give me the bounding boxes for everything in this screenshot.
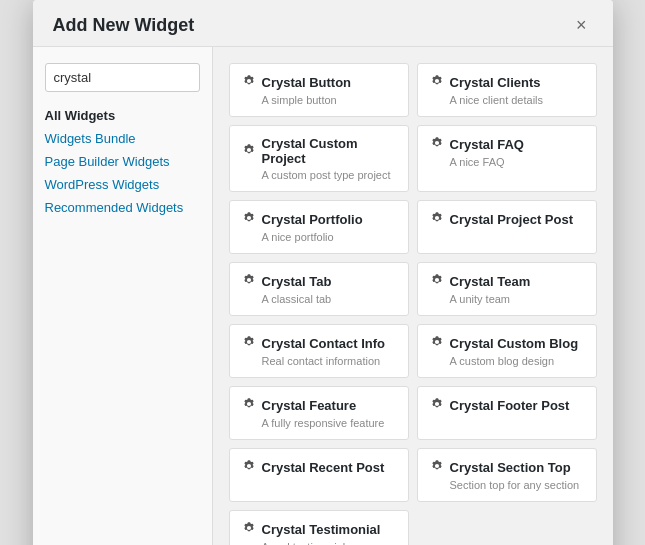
widget-name: Crystal Project Post <box>450 212 574 227</box>
widget-card-header: Crystal Footer Post <box>430 397 584 414</box>
widget-card-header: Crystal Testimonial <box>242 521 396 538</box>
widget-grid: Crystal ButtonA simple button Crystal Cl… <box>229 63 597 545</box>
gear-icon <box>430 74 444 91</box>
widget-name: Crystal Portfolio <box>262 212 363 227</box>
widget-name: Crystal Contact Info <box>262 336 386 351</box>
widget-card-header: Crystal Button <box>242 74 396 91</box>
widget-name: Crystal FAQ <box>450 137 524 152</box>
gear-icon <box>430 136 444 153</box>
widget-card-crystal-custom-project[interactable]: Crystal Custom ProjectA custom post type… <box>229 125 409 192</box>
widget-desc: A nice FAQ <box>450 156 584 168</box>
widget-card-header: Crystal Project Post <box>430 211 584 228</box>
widget-desc: A nice portfolio <box>262 231 396 243</box>
gear-icon <box>242 273 256 290</box>
widget-card-header: Crystal Clients <box>430 74 584 91</box>
widget-desc: A custom post type project <box>262 169 396 181</box>
widget-card-crystal-custom-blog[interactable]: Crystal Custom BlogA custom blog design <box>417 324 597 378</box>
modal-header: Add New Widget × <box>33 0 613 47</box>
widget-card-crystal-recent-post[interactable]: Crystal Recent Post <box>229 448 409 502</box>
widget-card-crystal-feature[interactable]: Crystal FeatureA fully responsive featur… <box>229 386 409 440</box>
widget-card-crystal-tab[interactable]: Crystal TabA classical tab <box>229 262 409 316</box>
widget-name: Crystal Recent Post <box>262 460 385 475</box>
widget-name: Crystal Clients <box>450 75 541 90</box>
widget-card-crystal-button[interactable]: Crystal ButtonA simple button <box>229 63 409 117</box>
widget-card-crystal-testimonial[interactable]: Crystal TestimonialA real testimonial <box>229 510 409 545</box>
widget-name: Crystal Section Top <box>450 460 571 475</box>
widget-card-crystal-team[interactable]: Crystal TeamA unity team <box>417 262 597 316</box>
widget-card-header: Crystal Custom Blog <box>430 335 584 352</box>
widget-card-header: Crystal Tab <box>242 273 396 290</box>
widget-desc: A simple button <box>262 94 396 106</box>
sidebar-item-widgets-bundle[interactable]: Widgets Bundle <box>45 129 200 148</box>
widget-desc: A classical tab <box>262 293 396 305</box>
widget-card-crystal-project-post[interactable]: Crystal Project Post <box>417 200 597 254</box>
widget-desc: A real testimonial <box>262 541 396 545</box>
widget-name: Crystal Testimonial <box>262 522 381 537</box>
widget-card-crystal-contact-info[interactable]: Crystal Contact InfoReal contact informa… <box>229 324 409 378</box>
gear-icon <box>242 397 256 414</box>
gear-icon <box>430 459 444 476</box>
widget-card-crystal-faq[interactable]: Crystal FAQA nice FAQ <box>417 125 597 192</box>
sidebar-nav: All WidgetsWidgets BundlePage Builder Wi… <box>45 106 200 217</box>
widget-card-header: Crystal Contact Info <box>242 335 396 352</box>
widget-desc: Real contact information <box>262 355 396 367</box>
gear-icon <box>430 335 444 352</box>
widget-card-header: Crystal Section Top <box>430 459 584 476</box>
widget-desc: A nice client details <box>450 94 584 106</box>
widget-card-header: Crystal Custom Project <box>242 136 396 166</box>
widget-desc: A custom blog design <box>450 355 584 367</box>
widget-card-crystal-clients[interactable]: Crystal ClientsA nice client details <box>417 63 597 117</box>
widget-card-crystal-portfolio[interactable]: Crystal PortfolioA nice portfolio <box>229 200 409 254</box>
sidebar: All WidgetsWidgets BundlePage Builder Wi… <box>33 47 213 545</box>
modal-body: All WidgetsWidgets BundlePage Builder Wi… <box>33 47 613 545</box>
gear-icon <box>242 335 256 352</box>
gear-icon <box>430 273 444 290</box>
widget-card-header: Crystal Feature <box>242 397 396 414</box>
widget-card-crystal-footer-post[interactable]: Crystal Footer Post <box>417 386 597 440</box>
widget-grid-area: Crystal ButtonA simple button Crystal Cl… <box>213 47 613 545</box>
gear-icon <box>242 74 256 91</box>
widget-desc: A unity team <box>450 293 584 305</box>
sidebar-item-recommended[interactable]: Recommended Widgets <box>45 198 200 217</box>
sidebar-item-wordpress-widgets[interactable]: WordPress Widgets <box>45 175 200 194</box>
widget-card-header: Crystal Recent Post <box>242 459 396 476</box>
gear-icon <box>242 211 256 228</box>
gear-icon <box>430 211 444 228</box>
widget-name: Crystal Custom Blog <box>450 336 579 351</box>
gear-icon <box>242 143 256 160</box>
modal-title: Add New Widget <box>53 15 195 36</box>
widget-card-header: Crystal FAQ <box>430 136 584 153</box>
search-input[interactable] <box>45 63 200 92</box>
gear-icon <box>430 397 444 414</box>
sidebar-item-all-widgets[interactable]: All Widgets <box>45 106 200 125</box>
widget-card-header: Crystal Portfolio <box>242 211 396 228</box>
widget-name: Crystal Team <box>450 274 531 289</box>
widget-name: Crystal Feature <box>262 398 357 413</box>
widget-name: Crystal Tab <box>262 274 332 289</box>
widget-desc: A fully responsive feature <box>262 417 396 429</box>
sidebar-item-page-builder[interactable]: Page Builder Widgets <box>45 152 200 171</box>
widget-name: Crystal Button <box>262 75 352 90</box>
widget-card-crystal-section-top[interactable]: Crystal Section TopSection top for any s… <box>417 448 597 502</box>
widget-card-header: Crystal Team <box>430 273 584 290</box>
close-button[interactable]: × <box>570 14 593 36</box>
widget-name: Crystal Footer Post <box>450 398 570 413</box>
widget-name: Crystal Custom Project <box>262 136 396 166</box>
gear-icon <box>242 521 256 538</box>
gear-icon <box>242 459 256 476</box>
widget-desc: Section top for any section <box>450 479 584 491</box>
add-widget-modal: Add New Widget × All WidgetsWidgets Bund… <box>33 0 613 545</box>
